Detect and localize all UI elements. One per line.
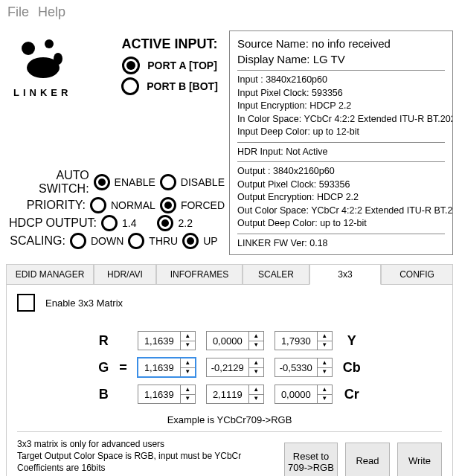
- info-hdr-input: HDR Input: Not Active: [237, 146, 445, 159]
- active-input-title: ACTIVE INPUT:: [110, 36, 229, 52]
- matrix-1-1[interactable]: ▲▼: [206, 358, 264, 377]
- tabs: EDID MANAGER HDR/AVI INFOFRAMES SCALER 3…: [6, 264, 453, 285]
- source-name-value: no info received: [312, 37, 391, 50]
- info-input-pc: Input Pixel Clock: 593356: [237, 87, 445, 100]
- matrix-0-2[interactable]: ▲▼: [275, 331, 333, 350]
- info-output-dc: Output Deep Color: up to 12-bit: [237, 217, 445, 231]
- tab-scaler[interactable]: SCALER: [243, 264, 309, 284]
- panel-3x3: Enable 3x3 Matrix R ▲▼ ▲▼ ▲▼ Y G = ▲▼ ▲▼: [6, 285, 453, 476]
- example-text: Example is YCbCr709->RGB: [17, 414, 442, 425]
- logo-area: LINKER: [6, 30, 110, 98]
- radio-normal[interactable]: [90, 197, 106, 213]
- matrix-1-0[interactable]: ▲▼: [138, 358, 196, 377]
- out-y: Y: [338, 328, 365, 353]
- scaling-label: SCALING:: [6, 234, 70, 248]
- row-g: G: [94, 355, 113, 380]
- matrix-2-0[interactable]: ▲▼: [138, 385, 196, 404]
- auto-switch-label: AUTO SWITCH:: [6, 169, 94, 196]
- radio-enable[interactable]: [94, 174, 110, 190]
- priority-label: PRIORITY:: [6, 199, 90, 212]
- matrix-table: R ▲▼ ▲▼ ▲▼ Y G = ▲▼ ▲▼ ▲▼ Cb B: [92, 327, 367, 408]
- read-button[interactable]: Read: [345, 443, 390, 476]
- logo-text: LINKER: [13, 87, 110, 98]
- spin-up-icon: ▲: [181, 332, 195, 341]
- info-input-enc: Input Encryption: HDCP 2.2: [237, 100, 445, 113]
- radio-port-a[interactable]: [122, 57, 140, 74]
- info-input-res: Input : 3840x2160p60: [237, 74, 445, 87]
- tab-config[interactable]: CONFIG: [381, 264, 453, 284]
- radio-down[interactable]: [70, 233, 86, 249]
- display-name-value: LG TV: [313, 53, 345, 65]
- info-panel: Source Name: no info received Display Na…: [229, 30, 453, 255]
- tab-3x3[interactable]: 3x3: [309, 264, 381, 285]
- menubar: File Help: [0, 0, 459, 25]
- info-out-cs: Out Color Space: YCbCr 4:2:2 Extended IT…: [237, 205, 445, 218]
- svg-point-2: [45, 39, 54, 48]
- enable-3x3-label: Enable 3x3 Matrix: [45, 298, 123, 309]
- reset-button[interactable]: Reset to 709->RGB: [284, 443, 338, 476]
- matrix-0-0[interactable]: ▲▼: [138, 331, 196, 350]
- radio-disable[interactable]: [160, 174, 176, 190]
- tab-edid-manager[interactable]: EDID MANAGER: [6, 264, 94, 284]
- matrix-2-1[interactable]: ▲▼: [206, 385, 264, 404]
- enable-3x3-checkbox[interactable]: [17, 294, 35, 312]
- info-output-pc: Output Pixel Clock: 593356: [237, 178, 445, 192]
- out-cr: Cr: [338, 382, 365, 407]
- radio-port-b[interactable]: [121, 77, 139, 95]
- menu-help[interactable]: Help: [38, 4, 65, 20]
- menu-file[interactable]: File: [7, 4, 29, 20]
- radio-forced[interactable]: [160, 197, 176, 213]
- tab-hdr-avi[interactable]: HDR/AVI: [94, 264, 156, 284]
- equals-sign: =: [115, 355, 132, 380]
- matrix-1-2[interactable]: ▲▼: [275, 358, 333, 377]
- hdcp-label: HDCP OUTPUT:: [6, 216, 101, 230]
- linker-logo-icon: [13, 38, 110, 83]
- svg-point-3: [54, 53, 62, 65]
- info-input-dc: Input Deep Color: up to 12-bit: [237, 126, 445, 139]
- main: LINKER ACTIVE INPUT: PORT A [TOP] PORT B…: [0, 25, 459, 476]
- row-b: B: [94, 382, 113, 407]
- info-output-res: Output : 3840x2160p60: [237, 165, 445, 178]
- matrix-0-1[interactable]: ▲▼: [206, 331, 264, 350]
- port-b-label: PORT B [BOT]: [147, 80, 218, 92]
- write-button[interactable]: Write: [397, 443, 442, 476]
- row-r: R: [94, 328, 113, 353]
- svg-point-1: [22, 42, 35, 55]
- radio-up[interactable]: [182, 233, 199, 249]
- radio-hdcp22[interactable]: [157, 215, 173, 231]
- port-a-label: PORT A [TOP]: [147, 60, 217, 71]
- info-in-cs: In Color Space: YCbCr 4:2:2 Extended ITU…: [237, 113, 445, 126]
- info-fw: LINKER FW Ver: 0.18: [237, 237, 445, 251]
- radio-hdcp14[interactable]: [101, 215, 118, 231]
- spin-down-icon: ▼: [181, 341, 195, 350]
- out-cb: Cb: [338, 355, 365, 380]
- tab-infoframes[interactable]: INFOFRAMES: [156, 264, 243, 284]
- notes: 3x3 matrix is only for advanced users Ta…: [17, 438, 284, 476]
- radio-thru[interactable]: [128, 233, 144, 249]
- active-input-group: ACTIVE INPUT: PORT A [TOP] PORT B [BOT]: [110, 30, 229, 98]
- info-output-enc: Output Encryption: HDCP 2.2: [237, 191, 445, 205]
- matrix-2-2[interactable]: ▲▼: [275, 385, 333, 404]
